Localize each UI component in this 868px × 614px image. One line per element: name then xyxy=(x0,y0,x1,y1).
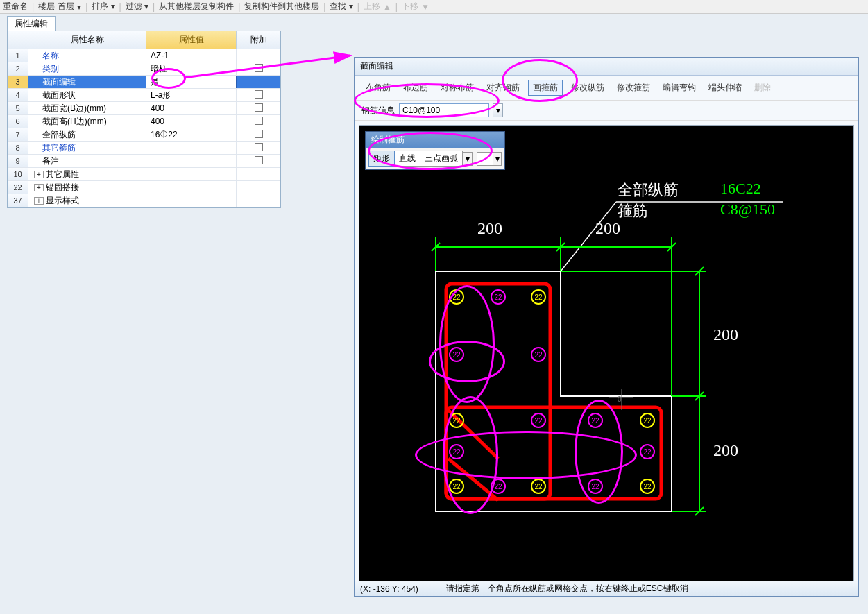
svg-text:22: 22 xyxy=(452,417,461,425)
canvas-label-stirrup: 箍筋 xyxy=(618,201,648,221)
property-tab[interactable]: 属性编辑 xyxy=(7,16,56,31)
col-extra[interactable]: 附加 xyxy=(237,31,280,49)
svg-text:22: 22 xyxy=(591,483,599,491)
prop-value[interactable]: 是 xyxy=(146,76,237,88)
prop-name: + 其它属性 xyxy=(28,168,146,180)
prop-name: 名称 xyxy=(28,49,146,62)
copy-from-btn[interactable]: 从其他楼层复制构件 xyxy=(159,1,234,12)
tool-corner-bar[interactable]: 布角筋 xyxy=(361,80,395,95)
floor-select[interactable]: 首层 xyxy=(58,1,74,12)
tool-sym-bar[interactable]: 对称布筋 xyxy=(436,80,478,95)
svg-text:22: 22 xyxy=(591,417,599,425)
tool-align-bar[interactable]: 对齐钢筋 xyxy=(482,80,524,95)
extra-check[interactable] xyxy=(255,130,263,138)
property-row[interactable]: 10+ 其它属性 xyxy=(8,168,280,181)
tool-delete: 删除 xyxy=(750,80,775,95)
rename-btn[interactable]: 重命名 xyxy=(3,1,28,12)
prop-name: 全部纵筋 xyxy=(28,128,146,141)
find-btn[interactable]: 查找 ▾ xyxy=(330,1,352,12)
property-row[interactable]: 7 全部纵筋16⏀22 xyxy=(8,128,280,142)
svg-text:22: 22 xyxy=(452,293,461,301)
extra-check[interactable] xyxy=(255,117,263,125)
svg-text:22: 22 xyxy=(452,483,461,491)
svg-text:22: 22 xyxy=(494,293,502,301)
property-row[interactable]: 4 截面形状L-a形 xyxy=(8,89,280,102)
prop-value[interactable]: 400 xyxy=(146,102,237,114)
extra-check[interactable] xyxy=(255,64,263,72)
main-toolbar: 重命名 | 楼层 首层 ▾ | 排序 ▾ | 过滤 ▾ | 从其他楼层复制构件 … xyxy=(0,0,868,14)
prop-value[interactable] xyxy=(146,194,237,207)
col-name[interactable]: 属性名称 xyxy=(28,31,146,49)
property-row[interactable]: 1 名称AZ-1 xyxy=(8,49,280,62)
property-row[interactable]: 3 截面编辑是 xyxy=(8,76,280,89)
copy-to-btn[interactable]: 复制构件到其他楼层 xyxy=(244,1,319,12)
prop-value[interactable] xyxy=(146,142,237,154)
svg-text:0: 0 xyxy=(618,395,622,403)
prop-name: 备注 xyxy=(28,155,146,167)
property-row[interactable]: 5 截面宽(B边)(mm)400 xyxy=(8,102,280,115)
prop-name: + 显示样式 xyxy=(28,194,146,207)
prop-name: + 锚固搭接 xyxy=(28,181,146,194)
svg-text:22: 22 xyxy=(643,417,652,425)
prop-name: 截面高(H边)(mm) xyxy=(28,115,146,128)
dim-right-1: 200 xyxy=(713,325,738,344)
section-canvas[interactable]: 绘制箍筋 矩形 直线 三点画弧 ▾ ▾ 22222222222222222222… xyxy=(359,125,854,588)
prop-name: 类别 xyxy=(28,62,146,75)
property-grid: 属性名称 属性值 附加 1 名称AZ-12 类别暗柱3 截面编辑是4 截面形状L… xyxy=(7,31,281,208)
filter-btn[interactable]: 过滤 ▾ xyxy=(126,1,148,12)
prop-name: 截面编辑 xyxy=(28,76,146,88)
rebar-info-dd[interactable]: ▾ xyxy=(493,103,503,117)
property-row[interactable]: 9 备注 xyxy=(8,155,280,168)
tool-edge-bar[interactable]: 布边筋 xyxy=(399,80,432,95)
extra-check[interactable] xyxy=(255,103,263,112)
move-up-btn: 上移 xyxy=(364,1,380,12)
extra-check[interactable] xyxy=(255,156,263,164)
rebar-info-input[interactable] xyxy=(399,103,489,117)
svg-text:22: 22 xyxy=(452,448,461,456)
prop-value[interactable]: 16⏀22 xyxy=(146,128,237,141)
col-value[interactable]: 属性值 xyxy=(146,31,237,49)
move-down-btn: 下移 xyxy=(402,1,418,12)
svg-text:22: 22 xyxy=(494,483,502,491)
tool-mod-long[interactable]: 修改纵筋 xyxy=(567,80,609,95)
canvas-val-stirrup: C8@150 xyxy=(720,201,775,219)
extra-check[interactable] xyxy=(255,143,263,151)
svg-rect-1 xyxy=(446,284,550,499)
dim-top-2: 200 xyxy=(595,219,620,238)
prop-value[interactable]: AZ-1 xyxy=(146,49,237,62)
canvas-label-longbar: 全部纵筋 xyxy=(618,180,679,201)
tool-mod-stirrup[interactable]: 修改箍筋 xyxy=(613,80,654,95)
property-row[interactable]: 6 截面高(H边)(mm)400 xyxy=(8,115,280,128)
canvas-val-longbar: 16C22 xyxy=(720,180,761,198)
tool-draw-stirrup[interactable]: 画箍筋 xyxy=(528,80,563,96)
tool-edit-hook[interactable]: 编辑弯钩 xyxy=(658,80,700,95)
prop-value[interactable]: L-a形 xyxy=(146,89,237,101)
extra-check[interactable] xyxy=(255,90,263,99)
floor-label: 楼层 xyxy=(38,1,55,12)
status-coords: (X: -136 Y: 454) xyxy=(360,584,418,594)
property-row[interactable]: 2 类别暗柱 xyxy=(8,62,280,76)
tool-end-stretch[interactable]: 端头伸缩 xyxy=(704,80,746,95)
prop-value[interactable] xyxy=(146,168,237,180)
property-row[interactable]: 37+ 显示样式 xyxy=(8,194,280,207)
prop-name: 其它箍筋 xyxy=(28,142,146,154)
property-row[interactable]: 8 其它箍筋 xyxy=(8,142,280,155)
floor-dd-icon[interactable]: ▾ xyxy=(77,2,81,12)
sort-btn[interactable]: 排序 ▾ xyxy=(92,1,114,12)
prop-value[interactable]: 400 xyxy=(146,115,237,128)
svg-text:22: 22 xyxy=(534,293,543,301)
svg-text:22: 22 xyxy=(452,351,461,359)
prop-name: 截面形状 xyxy=(28,89,146,101)
prop-value[interactable] xyxy=(146,181,237,194)
expand-icon[interactable]: + xyxy=(34,197,44,205)
prop-name: 截面宽(B边)(mm) xyxy=(28,102,146,114)
dim-right-2: 200 xyxy=(713,441,738,460)
prop-value[interactable] xyxy=(146,155,237,167)
prop-value[interactable]: 暗柱 xyxy=(146,62,237,75)
section-editor-title: 截面编辑 xyxy=(355,58,858,76)
svg-text:22: 22 xyxy=(534,483,543,491)
property-row[interactable]: 22+ 锚固搭接 xyxy=(8,181,280,194)
expand-icon[interactable]: + xyxy=(34,171,44,178)
rebar-info-label: 钢筋信息 xyxy=(361,105,395,117)
expand-icon[interactable]: + xyxy=(34,184,44,191)
